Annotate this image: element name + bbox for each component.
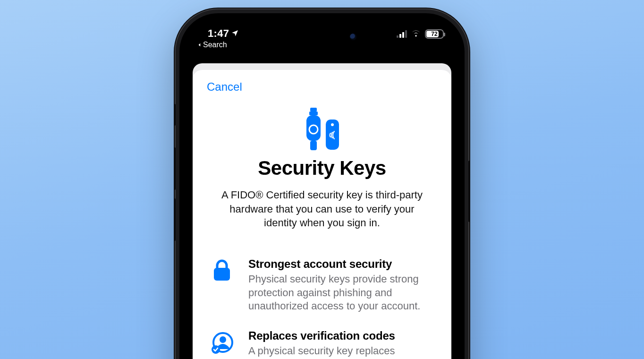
security-keys-icon [207, 108, 437, 150]
feature-desc: A physical security key replaces verific… [248, 344, 437, 359]
iphone-frame: 1:47 Search [176, 9, 468, 359]
volume-up-button [174, 147, 176, 190]
svg-rect-7 [214, 268, 230, 281]
feature-title: Strongest account security [248, 257, 437, 271]
svg-rect-0 [310, 108, 317, 111]
svg-rect-1 [309, 111, 318, 115]
front-camera [349, 33, 357, 41]
battery-percentage: 72 [431, 31, 437, 37]
volume-down-button [174, 198, 176, 241]
page-subtitle: A FIDO® Certified security key is third-… [214, 188, 430, 230]
person-check-icon [207, 329, 237, 359]
feature-row-security: Strongest account security Physical secu… [207, 254, 437, 325]
power-button [468, 161, 470, 222]
svg-rect-2 [306, 115, 321, 141]
cellular-signal-icon [397, 30, 407, 38]
security-keys-sheet: Cancel [193, 70, 451, 359]
svg-rect-4 [310, 141, 317, 150]
battery-indicator: 72 [425, 29, 444, 39]
wifi-icon [411, 29, 421, 39]
feature-title: Replaces verification codes [248, 329, 437, 342]
side-switch [174, 104, 176, 126]
clock: 1:47 [208, 27, 229, 40]
back-to-app-label: Search [203, 41, 227, 49]
svg-point-9 [220, 336, 226, 343]
svg-point-6 [331, 123, 334, 126]
back-to-app-link[interactable]: Search [197, 41, 227, 49]
back-caret-icon [197, 41, 202, 49]
location-icon [231, 27, 239, 40]
dynamic-island [280, 26, 364, 47]
cancel-button[interactable]: Cancel [207, 80, 437, 94]
page-title: Security Keys [207, 157, 437, 180]
lock-icon [207, 257, 237, 313]
feature-desc: Physical security keys provide strong pr… [248, 273, 437, 313]
feature-row-codes: Replaces verification codes A physical s… [207, 325, 437, 359]
